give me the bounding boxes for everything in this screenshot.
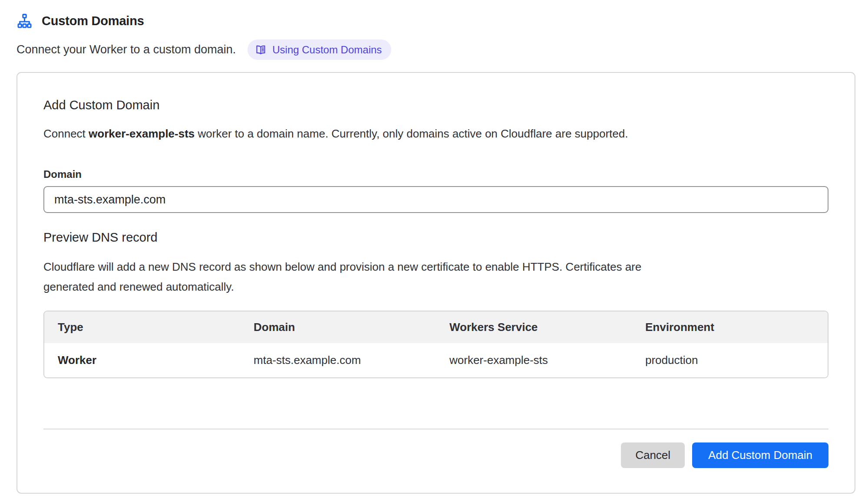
sitemap-icon: [17, 13, 33, 29]
page-title: Custom Domains: [42, 14, 144, 28]
cell-environment: production: [632, 343, 828, 377]
column-header-domain: Domain: [240, 311, 436, 343]
open-book-icon: [255, 44, 267, 56]
domain-input[interactable]: [43, 186, 828, 213]
card-intro-text: Connect worker-example-sts worker to a d…: [43, 127, 828, 141]
column-header-type: Type: [44, 311, 240, 343]
column-header-environment: Environment: [632, 311, 828, 343]
preview-dns-heading: Preview DNS record: [43, 230, 828, 245]
using-custom-domains-label: Using Custom Domains: [272, 45, 382, 55]
page-subtitle-row: Connect your Worker to a custom domain. …: [17, 39, 855, 60]
cell-domain: mta-sts.example.com: [240, 343, 436, 377]
worker-name: worker-example-sts: [89, 127, 195, 140]
preview-dns-description: Cloudflare will add a new DNS record as …: [43, 257, 690, 297]
intro-suffix: worker to a domain name. Currently, only…: [195, 127, 628, 140]
custom-domains-page: Custom Domains Connect your Worker to a …: [0, 0, 868, 494]
column-header-workers-service: Workers Service: [436, 311, 632, 343]
cell-workers-service: worker-example-sts: [436, 343, 632, 377]
add-custom-domain-card: Add Custom Domain Connect worker-example…: [17, 72, 855, 494]
dns-preview-table: Type Domain Workers Service Environment …: [43, 311, 828, 378]
table-row: Worker mta-sts.example.com worker-exampl…: [44, 343, 828, 377]
footer-divider: [43, 429, 828, 429]
cell-type: Worker: [44, 343, 240, 377]
page-header: Custom Domains: [17, 13, 855, 29]
using-custom-domains-link[interactable]: Using Custom Domains: [248, 39, 391, 60]
domain-field-label: Domain: [43, 168, 828, 180]
card-actions: Cancel Add Custom Domain: [43, 442, 828, 468]
card-heading: Add Custom Domain: [43, 98, 828, 112]
page-subtitle: Connect your Worker to a custom domain.: [17, 43, 236, 56]
add-custom-domain-button[interactable]: Add Custom Domain: [692, 442, 828, 468]
table-header-row: Type Domain Workers Service Environment: [44, 311, 828, 343]
intro-prefix: Connect: [43, 127, 89, 140]
cancel-button[interactable]: Cancel: [621, 442, 685, 468]
